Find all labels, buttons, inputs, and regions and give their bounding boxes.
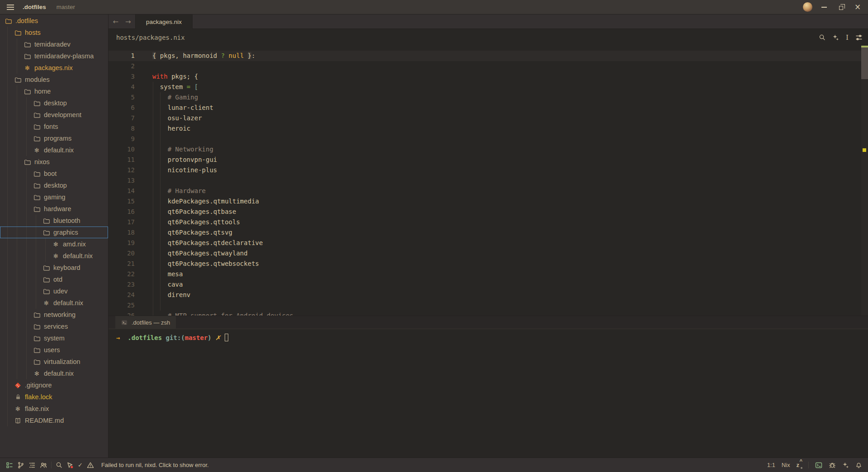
tree-item-home[interactable]: home [0, 85, 108, 97]
tree-item-boot[interactable]: boot [0, 168, 108, 179]
tree-item-packages.nix[interactable]: ✻packages.nix [0, 62, 108, 74]
code-line-14[interactable]: 14 # Hardware [108, 186, 861, 196]
terminal-panel[interactable]: .dotfiles — zsh → .dotfiles git:(master)… [108, 316, 868, 458]
inline-assist-icon[interactable] [832, 34, 839, 41]
tree-item-temidaradev[interactable]: temidaradev [0, 38, 108, 50]
tree-item-graphics[interactable]: graphics [0, 227, 108, 238]
line-number: 24 [108, 290, 135, 300]
code-line-18[interactable]: 18 qt6Packages.qtsvg [108, 227, 861, 238]
cursor-mode-icon[interactable]: I [846, 33, 849, 42]
tab-packages-nix[interactable]: packages.nix [136, 14, 193, 29]
tree-item-amd.nix[interactable]: ✻amd.nix [0, 238, 108, 250]
collab-panel-icon[interactable] [40, 462, 47, 469]
tree-item-keyboard[interactable]: keyboard [0, 262, 108, 274]
code-line-10[interactable]: 10 # Networking [108, 144, 861, 155]
code-line-20[interactable]: 20 qt6Packages.qtwayland [108, 248, 861, 259]
code-area[interactable]: 1{ pkgs, harmonoid ? null }:23with pkgs;… [108, 45, 868, 316]
tree-item-.dotfiles[interactable]: .dotfiles [0, 15, 108, 27]
code-line-17[interactable]: 17 qt6Packages.qttools [108, 217, 861, 227]
cursor-position[interactable]: 1:1 [767, 462, 775, 468]
minimize-button[interactable] [819, 2, 829, 12]
code-line-8[interactable]: 8 heroic [108, 123, 861, 134]
lsp-error-message[interactable]: Failed to run nil, nixd. Click to show e… [101, 462, 209, 468]
terminal-toggle-icon[interactable] [815, 462, 822, 469]
terminal-body[interactable]: → .dotfiles git:(master) ✗ [108, 329, 868, 341]
code-line-22[interactable]: 22 mesa [108, 269, 861, 279]
code-line-15[interactable]: 15 kdePackages.qtmultimedia [108, 196, 861, 207]
assistant-icon[interactable] [842, 462, 849, 468]
tree-item-desktop[interactable]: desktop [0, 97, 108, 109]
code-line-16[interactable]: 16 qt6Packages.qtbase [108, 207, 861, 217]
editor-controls-icon[interactable] [855, 34, 863, 41]
code-line-7[interactable]: 7 osu-lazer [108, 113, 861, 123]
code-line-26[interactable]: 26 # MTP support for Android devices [108, 311, 861, 316]
tree-item-users[interactable]: users [0, 344, 108, 356]
diagnostics-icon[interactable] [66, 462, 74, 469]
code-line-1[interactable]: 1{ pkgs, harmonoid ? null }: [108, 51, 861, 61]
debug-icon[interactable] [829, 462, 836, 469]
outline-panel-icon[interactable] [28, 462, 36, 469]
scrollbar-thumb[interactable] [861, 47, 868, 79]
tree-item-programs[interactable]: programs [0, 132, 108, 144]
tree-item-desktop[interactable]: desktop [0, 179, 108, 191]
code-line-21[interactable]: 21 qt6Packages.qtwebsockets [108, 259, 861, 269]
code-line-6[interactable]: 6 lunar-client [108, 103, 861, 113]
tree-item-bluetooth[interactable]: bluetooth [0, 215, 108, 227]
code-line-12[interactable]: 12 nicotine-plus [108, 165, 861, 175]
search-icon[interactable] [56, 462, 62, 468]
tree-item-virtualization[interactable]: virtualization [0, 356, 108, 368]
user-avatar[interactable] [803, 2, 812, 12]
forward-icon[interactable]: → [125, 18, 131, 26]
breadcrumb[interactable]: hosts/packages.nix [108, 29, 868, 45]
close-button[interactable]: × [853, 2, 863, 12]
project-panel-toggle-icon[interactable] [6, 462, 13, 469]
code-line-5[interactable]: 5 # Gaming [108, 92, 861, 103]
tree-item-development[interactable]: development [0, 109, 108, 121]
tree-item-.gitignore[interactable]: .gitignore [0, 379, 108, 391]
check-icon[interactable]: ✓ [78, 462, 83, 468]
tree-item-flake.lock[interactable]: flake.lock [0, 391, 108, 403]
tree-item-udev[interactable]: udev [0, 285, 108, 297]
tree-item-modules[interactable]: modules [0, 74, 108, 85]
tree-item-default.nix[interactable]: ✻default.nix [0, 144, 108, 156]
code-line-13[interactable]: 13 [108, 175, 861, 186]
git-branch-label[interactable]: master [57, 4, 75, 10]
tree-item-system[interactable]: system [0, 332, 108, 344]
tree-item-default.nix[interactable]: ✻default.nix [0, 250, 108, 262]
git-panel-icon[interactable] [17, 462, 24, 469]
maximize-button[interactable] [836, 2, 846, 12]
editor-scrollbar[interactable] [861, 45, 868, 316]
code-line-19[interactable]: 19 qt6Packages.qtdeclarative [108, 238, 861, 248]
code-line-23[interactable]: 23 cava [108, 279, 861, 290]
tree-item-nixos[interactable]: nixos [0, 156, 108, 168]
tree-item-hosts[interactable]: hosts [0, 27, 108, 38]
code-line-9[interactable]: 9 [108, 134, 861, 144]
project-name[interactable]: .dotfiles [23, 4, 46, 10]
tree-item-services[interactable]: services [0, 321, 108, 332]
code-line-25[interactable]: 25 [108, 300, 861, 311]
code-line-24[interactable]: 24 direnv [108, 290, 861, 300]
tree-item-otd[interactable]: otd [0, 274, 108, 285]
code-line-4[interactable]: 4 system = [ [108, 82, 861, 92]
app-menu-icon[interactable] [7, 5, 14, 10]
language-selector[interactable]: Nix [782, 462, 790, 468]
code-line-3[interactable]: 3with pkgs; { [108, 71, 861, 82]
warning-icon[interactable] [87, 462, 94, 469]
tree-item-README.md[interactable]: README.md [0, 415, 108, 426]
tree-item-hardware[interactable]: hardware [0, 203, 108, 215]
code-line-11[interactable]: 11 protonvpn-gui [108, 155, 861, 165]
tree-item-flake.nix[interactable]: ✻flake.nix [0, 403, 108, 415]
tree-item-gaming[interactable]: gaming [0, 191, 108, 203]
code-line-2[interactable]: 2 [108, 61, 861, 71]
tree-item-networking[interactable]: networking [0, 309, 108, 321]
tree-item-fonts[interactable]: fonts [0, 121, 108, 132]
tree-item-default.nix[interactable]: ✻default.nix [0, 368, 108, 379]
tree-item-temidaradev-plasma[interactable]: temidaradev-plasma [0, 50, 108, 62]
edit-prediction-icon[interactable]: z^ [797, 462, 802, 468]
tree-item-default.nix[interactable]: ✻default.nix [0, 297, 108, 309]
back-icon[interactable]: ← [113, 18, 118, 26]
buffer-search-icon[interactable] [819, 34, 826, 41]
notifications-bell-icon[interactable] [855, 462, 862, 468]
nix-icon: ✻ [42, 300, 50, 307]
terminal-tab[interactable]: .dotfiles — zsh [115, 316, 176, 329]
